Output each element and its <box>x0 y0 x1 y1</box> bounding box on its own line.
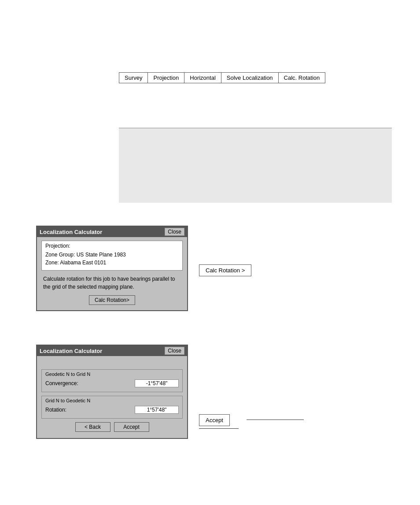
dialog1-button-row: Calc Rotation> <box>41 295 183 305</box>
dialog1-zone-group: Zone Group: US State Plane 1983 <box>45 251 179 259</box>
dialog1-title: Localization Calculator <box>40 229 102 235</box>
page-container: Survey Projection Horizontal Solve Local… <box>0 0 420 505</box>
tab-bar: Survey Projection Horizontal Solve Local… <box>119 72 325 83</box>
dialog2-localization-calculator: Localization Calculator Close Geodetic N… <box>36 345 188 439</box>
dialog2-accept-button[interactable]: Accept <box>114 422 149 432</box>
dialog1-projection-label: Projection: <box>45 243 179 249</box>
tab-solve-localization[interactable]: Solve Localization <box>221 72 279 83</box>
dialog2-convergence-value: -1°57'48" <box>135 379 179 387</box>
dialog1-calc-rotation-button[interactable]: Calc Rotation> <box>89 295 135 305</box>
dialog1-description: Calculate rotation for this job to have … <box>43 275 181 291</box>
dialog2-rotation-row: Rotation: 1°57'48" <box>45 405 179 415</box>
dialog2-close-button[interactable]: Close <box>165 347 184 355</box>
dialog2-grid-to-geodetic-label: Grid N to Geodetic N <box>45 398 179 403</box>
dialog1-localization-calculator: Localization Calculator Close Projection… <box>36 226 188 311</box>
tab-survey[interactable]: Survey <box>119 72 148 83</box>
dialog1-close-button[interactable]: Close <box>165 228 184 236</box>
dialog2-titlebar: Localization Calculator Close <box>37 345 187 356</box>
dialog2-body: Geodetic N to Grid N Convergence: -1°57'… <box>37 356 187 438</box>
dialog2-geodetic-to-grid-label: Geodetic N to Grid N <box>45 371 179 377</box>
dialog1-zone: Zone: Alabama East 0101 <box>45 259 179 267</box>
dialog2-convergence-label: Convergence: <box>45 380 78 386</box>
tab-projection[interactable]: Projection <box>147 72 184 83</box>
dialog2-button-row: < Back Accept <box>41 422 183 432</box>
tab-calc-rotation[interactable]: Calc. Rotation <box>278 72 326 83</box>
dialog2-title: Localization Calculator <box>40 348 102 354</box>
accept-underline2-line <box>199 428 239 429</box>
calc-rotation-right-button[interactable]: Calc Rotation > <box>199 264 251 276</box>
dialog1-titlebar: Localization Calculator Close <box>37 227 187 237</box>
tab-horizontal[interactable]: Horizontal <box>184 72 221 83</box>
accept-underline-line <box>247 420 304 420</box>
dialog2-grid-to-geodetic-group: Grid N to Geodetic N Rotation: 1°57'48" <box>41 396 183 419</box>
dialog2-geodetic-to-grid-group: Geodetic N to Grid N Convergence: -1°57'… <box>41 369 183 392</box>
dialog1-body: Projection: Zone Group: US State Plane 1… <box>37 237 187 310</box>
dialog1-projection-group: Projection: Zone Group: US State Plane 1… <box>41 241 183 271</box>
content-area <box>119 128 392 203</box>
accept-right-button[interactable]: Accept <box>199 414 230 426</box>
dialog2-convergence-row: Convergence: -1°57'48" <box>45 379 179 388</box>
dialog2-rotation-value: 1°57'48" <box>135 406 179 414</box>
dialog2-rotation-label: Rotation: <box>45 407 66 413</box>
dialog2-back-button[interactable]: < Back <box>75 422 111 432</box>
dialog2-spacer <box>41 360 183 369</box>
